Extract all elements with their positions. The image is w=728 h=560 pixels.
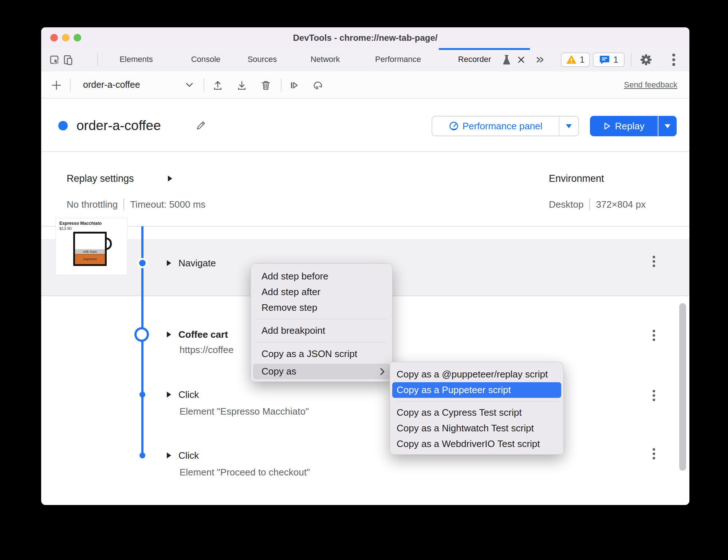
chevron-double-right-icon — [534, 54, 545, 65]
tab-console[interactable]: Console — [191, 48, 221, 71]
menu-item-copy-as[interactable]: Copy as — [251, 364, 392, 379]
value-divider — [123, 199, 124, 210]
warnings-badge[interactable]: 1 — [561, 52, 590, 67]
device-toolbar-button[interactable] — [61, 52, 75, 67]
submenu-arrow-icon — [380, 364, 385, 379]
value-divider — [589, 199, 590, 210]
throttling-value: No throttling — [67, 199, 118, 210]
menu-item-add-breakpoint[interactable]: Add breakpoint — [251, 323, 392, 338]
submenu-item-puppeteer[interactable]: Copy as a Puppeteer script — [390, 382, 563, 398]
expand-caret-icon[interactable] — [168, 176, 172, 181]
menu-item-add-step-after[interactable]: Add step after — [251, 284, 392, 300]
trash-icon — [260, 79, 272, 91]
menu-item-remove-step[interactable]: Remove step — [251, 300, 392, 316]
toolbar-divider-1 — [70, 78, 71, 91]
devtools-menu-button[interactable] — [666, 52, 681, 67]
replay-settings-values: No throttling Timeout: 5000 ms — [67, 199, 205, 210]
recorder-toolbar: order-a-coffee — [41, 71, 689, 99]
step-menu-button[interactable] — [650, 326, 657, 345]
expand-step-icon[interactable] — [167, 332, 171, 337]
menu-item-copy-json[interactable]: Copy as a JSON script — [251, 346, 392, 362]
performance-panel-dropdown[interactable] — [559, 117, 578, 136]
device-value: Desktop — [549, 199, 583, 210]
thumbnail-product-name: Espresso Macchiato — [59, 221, 123, 226]
step-detail-coffee-cart: https://coffee — [180, 345, 233, 355]
kebab-icon — [672, 54, 675, 66]
warning-icon — [566, 55, 577, 64]
viewport-value: 372×804 px — [596, 199, 646, 210]
speedometer-icon — [449, 121, 459, 131]
add-recording-button[interactable] — [49, 78, 64, 93]
tab-performance[interactable]: Performance — [375, 48, 421, 71]
devtools-tabbar: Elements Console Sources Network Perform… — [41, 48, 689, 72]
play-icon — [603, 122, 611, 130]
submenu-item-webdriverio[interactable]: Copy as a WebdriverIO Test script — [390, 436, 563, 452]
menu-divider — [396, 401, 558, 402]
step-menu-button[interactable] — [650, 444, 657, 463]
tab-recorder[interactable]: Recorder — [458, 48, 491, 71]
recording-select-value: order-a-coffee — [83, 71, 140, 98]
tab-network[interactable]: Network — [311, 48, 340, 71]
mug-handle — [106, 238, 112, 250]
replay-settings-heading[interactable]: Replay settings — [67, 173, 134, 184]
devtools-window: DevTools - chrome://new-tab-page/ Elemen… — [41, 27, 689, 505]
step-title-coffee-cart[interactable]: Coffee cart — [178, 329, 228, 340]
export-recording-button[interactable] — [235, 78, 249, 93]
devtools-settings-button[interactable] — [639, 52, 653, 67]
caret-down-icon — [566, 124, 572, 128]
step-menu-button[interactable] — [650, 386, 657, 405]
vertical-scrollbar-thumb[interactable] — [679, 303, 686, 471]
step-marker-coffee-cart — [134, 327, 149, 342]
step-marker-click-1 — [139, 392, 145, 398]
gear-icon — [639, 53, 653, 67]
replay-dropdown[interactable] — [658, 116, 677, 136]
menu-divider — [256, 342, 387, 342]
tab-sources[interactable]: Sources — [248, 48, 277, 71]
tab-elements[interactable]: Elements — [119, 48, 153, 71]
edit-title-button[interactable] — [193, 118, 208, 133]
replay-settings-label: Replay settings — [67, 173, 134, 184]
plus-icon — [51, 79, 62, 91]
more-tabs-button[interactable] — [532, 52, 547, 67]
submenu-item-cypress[interactable]: Copy as a Cypress Test script — [390, 405, 563, 420]
environment-label: Environment — [549, 173, 604, 184]
menu-item-add-step-before[interactable]: Add step before — [251, 269, 392, 284]
expand-step-icon[interactable] — [167, 392, 171, 398]
timeout-value: Timeout: 5000 ms — [130, 199, 205, 210]
expand-step-icon[interactable] — [167, 260, 171, 266]
environment-heading: Environment — [549, 173, 604, 184]
toolbar-divider-2 — [204, 78, 204, 91]
step-detail-click-2: Element "Proceed to checkout" — [180, 467, 310, 477]
espresso-band: espresso — [75, 254, 105, 264]
step-detail-click-1: Element "Espresso Macchiato" — [180, 406, 309, 416]
header-separator — [41, 151, 689, 152]
warning-count: 1 — [580, 55, 585, 65]
step-title-navigate[interactable]: Navigate — [178, 258, 216, 268]
performance-panel-button[interactable]: Performance panel — [432, 117, 559, 136]
step-title-click-1[interactable]: Click — [178, 389, 199, 400]
inspect-element-button[interactable] — [48, 52, 62, 67]
step-replay-button[interactable] — [311, 78, 325, 93]
performance-panel-split-button: Performance panel — [432, 116, 579, 136]
recorder-experiment-flag — [501, 53, 512, 66]
performance-panel-label: Performance panel — [463, 121, 543, 132]
pencil-icon — [195, 120, 206, 132]
toolbar-divider-3 — [281, 78, 282, 91]
replay-button[interactable]: Replay — [590, 116, 658, 136]
import-recording-button[interactable] — [210, 78, 225, 93]
delete-recording-button[interactable] — [259, 78, 273, 93]
issues-badge[interactable]: 1 — [593, 52, 625, 67]
tabbar-divider-2 — [631, 53, 631, 67]
step-title-click-2[interactable]: Click — [178, 450, 199, 461]
send-feedback-link[interactable]: Send feedback — [624, 71, 677, 98]
steps-top-separator — [41, 226, 689, 227]
step-menu-button[interactable] — [650, 252, 657, 271]
expand-step-icon[interactable] — [167, 453, 171, 458]
submenu-item-puppeteer-replay[interactable]: Copy as a @puppeteer/replay script — [390, 367, 563, 382]
close-recorder-tab-button[interactable] — [515, 53, 527, 66]
submenu-item-nightwatch[interactable]: Copy as a Nightwatch Test script — [390, 420, 563, 436]
caret-down-icon — [665, 124, 670, 128]
arc-arrow-icon — [311, 79, 324, 91]
replay-steps-button[interactable] — [287, 78, 301, 93]
flask-icon — [502, 54, 511, 65]
